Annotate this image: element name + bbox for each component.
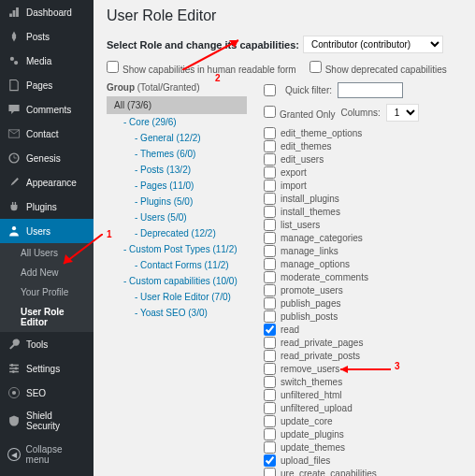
capability-checkbox[interactable] (264, 454, 276, 467)
capability-manage_options[interactable]: manage_options (264, 258, 462, 270)
capability-update_core[interactable]: update_core (264, 415, 462, 427)
capability-read_private_posts[interactable]: read_private_posts (264, 350, 462, 362)
capability-edit_users[interactable]: edit_users (264, 153, 462, 166)
capability-moderate_comments[interactable]: moderate_comments (264, 271, 462, 283)
capability-checkbox[interactable] (264, 284, 276, 296)
group-item[interactable]: - User Role Editor (7/0) (107, 289, 247, 305)
sidebar-item-label: Tools (26, 339, 48, 350)
capability-label: read_private_posts (281, 351, 360, 361)
group-item[interactable]: All (73/6) (107, 96, 247, 114)
capability-manage_links[interactable]: manage_links (264, 245, 462, 257)
capabilities-column: Quick filter: Granted Only Columns: 1 ed… (264, 82, 462, 476)
capability-install_themes[interactable]: install_themes (264, 206, 462, 218)
capability-upload_files[interactable]: upload_files (264, 454, 462, 467)
capability-publish_posts[interactable]: publish_posts (264, 310, 462, 323)
group-item[interactable]: - Plugins (5/0) (107, 194, 247, 209)
sidebar-item-seo[interactable]: SEO (0, 381, 94, 405)
show-deprecated-label[interactable]: Show deprecated capabilities (309, 61, 447, 75)
sidebar-item-dashboard[interactable]: Dashboard (0, 0, 94, 24)
capability-publish_pages[interactable]: publish_pages (264, 297, 462, 310)
capability-checkbox[interactable] (264, 350, 276, 362)
capability-checkbox[interactable] (264, 232, 276, 244)
capability-checkbox[interactable] (264, 324, 276, 336)
sidebar-item-tools[interactable]: Tools (0, 332, 94, 356)
capability-checkbox[interactable] (264, 127, 276, 139)
capability-checkbox[interactable] (264, 140, 276, 152)
group-item[interactable]: - General (12/2) (107, 130, 247, 146)
show-deprecated-checkbox[interactable] (309, 61, 322, 73)
capability-remove_users[interactable]: remove_users (264, 363, 462, 375)
group-item[interactable]: - Custom capabilities (10/0) (107, 273, 247, 289)
group-item[interactable]: - Posts (13/2) (107, 162, 247, 178)
capability-import[interactable]: import (264, 180, 462, 192)
group-item[interactable]: - Core (29/6) (107, 114, 247, 130)
sidebar-item-settings[interactable]: Settings (0, 356, 94, 381)
capability-checkbox[interactable] (264, 153, 276, 166)
capability-checkbox[interactable] (264, 206, 276, 218)
capability-checkbox[interactable] (264, 258, 276, 270)
capability-checkbox[interactable] (264, 389, 276, 401)
capability-switch_themes[interactable]: switch_themes (264, 376, 462, 388)
group-item[interactable]: - Users (5/0) (107, 209, 247, 225)
sidebar-item-users[interactable]: Users (0, 219, 94, 243)
sidebar-sub-your-profile[interactable]: Your Profile (0, 282, 94, 302)
capability-checkbox[interactable] (264, 297, 276, 310)
capability-checkbox[interactable] (264, 166, 276, 179)
granted-only-checkbox[interactable] (264, 106, 276, 118)
capability-checkbox[interactable] (264, 271, 276, 283)
group-item[interactable]: - Custom Post Types (11/2) (107, 241, 247, 257)
collapse-menu[interactable]: ◀Collapse menu (0, 437, 94, 472)
capability-manage_categories[interactable]: manage_categories (264, 232, 462, 244)
capability-install_plugins[interactable]: install_plugins (264, 193, 462, 205)
quick-filter-input[interactable] (338, 82, 403, 98)
capability-promote_users[interactable]: promote_users (264, 284, 462, 296)
sidebar-item-posts[interactable]: Posts (0, 24, 94, 49)
show-human-checkbox[interactable] (107, 61, 119, 73)
sidebar-sub-add-new[interactable]: Add New (0, 263, 94, 282)
capability-checkbox[interactable] (264, 468, 276, 476)
capability-checkbox[interactable] (264, 363, 276, 375)
group-item[interactable]: - Deprecated (12/2) (107, 225, 247, 241)
capability-list_users[interactable]: list_users (264, 219, 462, 231)
capability-export[interactable]: export (264, 166, 462, 179)
group-item[interactable]: - Themes (6/0) (107, 146, 247, 162)
capability-update_plugins[interactable]: update_plugins (264, 428, 462, 440)
show-human-label[interactable]: Show capabilities in human readable form (107, 61, 296, 75)
capability-read[interactable]: read (264, 324, 462, 336)
sidebar-item-plugins[interactable]: Plugins (0, 195, 94, 219)
capability-edit_themes[interactable]: edit_themes (264, 140, 462, 152)
sidebar-sub-user-role-editor[interactable]: User Role Editor (0, 302, 94, 332)
capability-update_themes[interactable]: update_themes (264, 441, 462, 454)
sidebar-item-appearance[interactable]: Appearance (0, 170, 94, 195)
select-all-checkbox[interactable] (264, 84, 276, 96)
sidebar-item-media[interactable]: Media (0, 49, 94, 73)
sidebar-item-genesis[interactable]: Genesis (0, 146, 94, 170)
capability-edit_theme_options[interactable]: edit_theme_options (264, 127, 462, 139)
capability-checkbox[interactable] (264, 402, 276, 414)
role-select[interactable]: Contributor (contributor) (303, 36, 443, 53)
capability-ure_create_capabilities[interactable]: ure_create_capabilities (264, 468, 462, 476)
group-item[interactable]: - Pages (11/0) (107, 178, 247, 194)
sidebar-item-contact[interactable]: Contact (0, 122, 94, 146)
capability-read_private_pages[interactable]: read_private_pages (264, 337, 462, 349)
capability-checkbox[interactable] (264, 337, 276, 349)
capability-unfiltered_html[interactable]: unfiltered_html (264, 389, 462, 401)
columns-select[interactable]: 1 (386, 104, 419, 122)
capability-checkbox[interactable] (264, 219, 276, 231)
capability-checkbox[interactable] (264, 415, 276, 427)
capability-checkbox[interactable] (264, 193, 276, 205)
capability-unfiltered_upload[interactable]: unfiltered_upload (264, 402, 462, 414)
group-item[interactable]: - Yoast SEO (3/0) (107, 305, 247, 321)
granted-only-label[interactable]: Granted Only (264, 106, 335, 120)
sidebar-item-shield-security[interactable]: Shield Security (0, 405, 94, 437)
capability-checkbox[interactable] (264, 180, 276, 192)
sidebar-item-comments[interactable]: Comments (0, 97, 94, 122)
capability-checkbox[interactable] (264, 441, 276, 454)
capability-checkbox[interactable] (264, 245, 276, 257)
capability-checkbox[interactable] (264, 428, 276, 440)
group-item[interactable]: - Contact Forms (11/2) (107, 257, 247, 273)
sidebar-item-pages[interactable]: Pages (0, 73, 94, 97)
sidebar-sub-all-users[interactable]: All Users (0, 243, 94, 263)
capability-checkbox[interactable] (264, 376, 276, 388)
capability-checkbox[interactable] (264, 310, 276, 323)
